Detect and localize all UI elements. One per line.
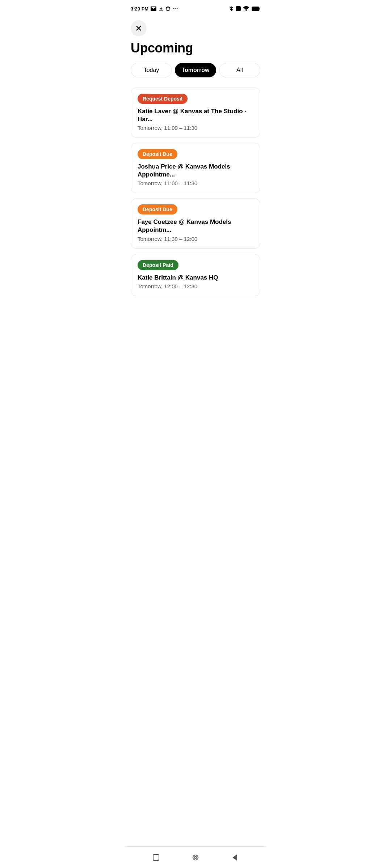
appointment-card-1[interactable]: Deposit Due Joshua Price @ Kanvas Models… [131,143,260,193]
appointment-title-2: Faye Coetzee @ Kanvas Models Appointm... [138,218,253,234]
tab-tomorrow[interactable]: Tomorrow [175,63,216,77]
appointment-time-0: Tomorrow, 11:00 – 11:30 [138,125,253,131]
close-button[interactable] [131,20,147,36]
appointment-title-1: Joshua Price @ Kanvas Models Appointme..… [138,163,253,179]
wifi-icon [243,6,249,11]
appointment-time-3: Tomorrow, 12:00 – 12:30 [138,283,253,289]
status-bar: 3:29 PM ··· [125,0,266,16]
svg-point-1 [246,10,247,11]
bluetooth-icon [229,6,234,12]
battery-icon [252,7,260,11]
badge-deposit-paid: Deposit Paid [138,260,178,270]
trash-icon [166,6,170,11]
appointment-time-1: Tomorrow, 11:00 – 11:30 [138,180,253,186]
badge-deposit-due-2: Deposit Due [138,204,177,214]
appointment-time-2: Tomorrow, 11:30 – 12:00 [138,236,253,242]
status-time: 3:29 PM ··· [131,5,178,12]
status-right-icons [229,6,260,12]
time-display: 3:29 PM [131,6,148,12]
appointment-title-0: Katie Laver @ Kanvas at The Studio - Har… [138,107,253,123]
mail-icon [151,7,156,11]
tab-all[interactable]: All [219,63,260,77]
more-dots: ··· [172,5,178,12]
download-icon [159,6,164,11]
appointments-list: Request Deposit Katie Laver @ Kanvas at … [125,85,266,332]
tab-today[interactable]: Today [131,63,172,77]
page-title: Upcoming [125,39,266,63]
badge-deposit-due-1: Deposit Due [138,149,177,159]
appointment-card-3[interactable]: Deposit Paid Katie Brittain @ Kanvas HQ … [131,254,260,296]
appointment-card-0[interactable]: Request Deposit Katie Laver @ Kanvas at … [131,88,260,138]
badge-request-deposit: Request Deposit [138,94,188,104]
filter-tabs: Today Tomorrow All [125,63,266,85]
svg-rect-3 [252,7,257,10]
appointment-card-2[interactable]: Deposit Due Faye Coetzee @ Kanvas Models… [131,198,260,248]
x-icon [236,6,241,11]
appointment-title-3: Katie Brittain @ Kanvas HQ [138,274,253,282]
